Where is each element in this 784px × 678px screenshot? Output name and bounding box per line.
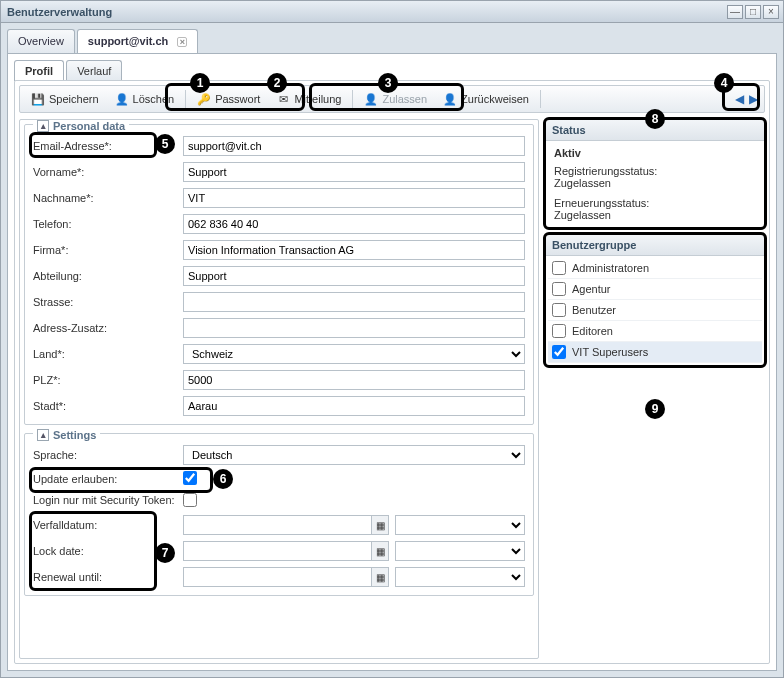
verfall-date[interactable] (183, 515, 371, 535)
abteilung-field[interactable] (183, 266, 525, 286)
minimize-button[interactable]: — (727, 5, 743, 19)
sprache-label: Sprache: (33, 449, 183, 461)
group-checkbox[interactable] (552, 282, 566, 296)
update-label: Update erlauben: (33, 473, 183, 485)
tab-verlauf-label: Verlauf (77, 65, 111, 77)
prev-arrow[interactable]: ◀ (732, 91, 746, 107)
plz-label: PLZ*: (33, 374, 183, 386)
sprache-select[interactable]: Deutsch (183, 445, 525, 465)
group-row[interactable]: Administratoren (548, 258, 762, 279)
renewal-date[interactable] (183, 567, 371, 587)
renewal-select[interactable] (395, 567, 525, 587)
token-label: Login nur mit Security Token: (33, 494, 183, 507)
verfall-select[interactable] (395, 515, 525, 535)
status-reg-label: Registrierungsstatus: (554, 165, 756, 177)
key-icon: 🔑 (197, 92, 211, 106)
mitteilung-label: Mitteilung (294, 93, 341, 105)
save-icon: 💾 (31, 92, 45, 106)
delete-button[interactable]: 👤Löschen (108, 89, 182, 109)
tab-user[interactable]: support@vit.ch × (77, 29, 198, 53)
content: Profil Verlauf 💾Speichern 👤Löschen 🔑Pass… (7, 53, 777, 671)
allow-icon: 👤 (364, 92, 378, 106)
zulassen-label: Zulassen (382, 93, 427, 105)
group-label: Administratoren (572, 262, 649, 274)
window-title: Benutzerverwaltung (5, 6, 725, 18)
group-checkbox[interactable] (552, 303, 566, 317)
zusatz-field[interactable] (183, 318, 525, 338)
collapse-icon[interactable]: ▴ (37, 120, 49, 132)
group-checkbox[interactable] (552, 345, 566, 359)
save-button[interactable]: 💾Speichern (24, 89, 106, 109)
lock-date[interactable] (183, 541, 371, 561)
update-checkbox[interactable] (183, 471, 197, 485)
delete-label: Löschen (133, 93, 175, 105)
passwort-label: Passwort (215, 93, 260, 105)
tab-overview-label: Overview (18, 35, 64, 47)
close-icon[interactable]: × (177, 37, 187, 47)
nachname-field[interactable] (183, 188, 525, 208)
form-area: ▴Personal data Email-Adresse*: 5 Vorname… (19, 119, 539, 659)
firma-label: Firma*: (33, 244, 183, 256)
tabs-level1: Overview support@vit.ch × (1, 23, 783, 53)
status-reg-value: Zugelassen (554, 177, 756, 189)
tab-verlauf[interactable]: Verlauf (66, 60, 122, 81)
save-label: Speichern (49, 93, 99, 105)
token-checkbox[interactable] (183, 493, 197, 507)
lock-label: Lock date: (33, 545, 183, 557)
delete-icon: 👤 (115, 92, 129, 106)
verfall-label: Verfalldatum: (33, 519, 183, 531)
group-label: Agentur (572, 283, 611, 295)
zusatz-label: Adress-Zusatz: (33, 322, 183, 334)
strasse-field[interactable] (183, 292, 525, 312)
vorname-field[interactable] (183, 162, 525, 182)
next-arrow[interactable]: ▶ (746, 91, 760, 107)
stadt-field[interactable] (183, 396, 525, 416)
group-row[interactable]: Editoren (548, 321, 762, 342)
land-select[interactable]: Schweiz (183, 344, 525, 364)
mitteilung-button[interactable]: ✉Mitteilung (269, 89, 348, 109)
tabs-level2: Profil Verlauf (14, 60, 770, 81)
abteilung-label: Abteilung: (33, 270, 183, 282)
telefon-field[interactable] (183, 214, 525, 234)
email-field[interactable] (183, 136, 525, 156)
land-label: Land*: (33, 348, 183, 360)
nachname-label: Nachname*: (33, 192, 183, 204)
email-label: Email-Adresse*: (33, 140, 183, 152)
group-row[interactable]: Benutzer (548, 300, 762, 321)
lock-select[interactable] (395, 541, 525, 561)
group-label: Editoren (572, 325, 613, 337)
tab-overview[interactable]: Overview (7, 29, 75, 53)
close-button[interactable]: × (763, 5, 779, 19)
tab-user-label: support@vit.ch (88, 35, 168, 47)
right-column: Status Aktiv Registrierungsstatus: Zugel… (545, 119, 765, 659)
zurueckweisen-label: Zurückweisen (461, 93, 529, 105)
calendar-icon[interactable]: ▦ (371, 567, 389, 587)
group-label: VIT Superusers (572, 346, 648, 358)
zurueckweisen-button[interactable]: 👤Zurückweisen (436, 89, 536, 109)
tab-profil-label: Profil (25, 65, 53, 77)
group-row[interactable]: VIT Superusers (548, 342, 762, 363)
firma-field[interactable] (183, 240, 525, 260)
group-row[interactable]: Agentur (548, 279, 762, 300)
reject-icon: 👤 (443, 92, 457, 106)
telefon-label: Telefon: (33, 218, 183, 230)
status-header: Status (546, 120, 764, 141)
tab-profil[interactable]: Profil (14, 60, 64, 81)
passwort-button[interactable]: 🔑Passwort (190, 89, 267, 109)
calendar-icon[interactable]: ▦ (371, 541, 389, 561)
callout-9: 9 (645, 399, 665, 419)
groups-panel: Benutzergruppe Administratoren Agentur B… (545, 234, 765, 366)
group-checkbox[interactable] (552, 324, 566, 338)
status-panel: Status Aktiv Registrierungsstatus: Zugel… (545, 119, 765, 228)
zulassen-button[interactable]: 👤Zulassen (357, 89, 434, 109)
stadt-label: Stadt*: (33, 400, 183, 412)
toolbar: 💾Speichern 👤Löschen 🔑Passwort ✉Mitteilun… (19, 85, 765, 113)
maximize-button[interactable]: □ (745, 5, 761, 19)
collapse-icon[interactable]: ▴ (37, 429, 49, 441)
fieldset-personal: ▴Personal data Email-Adresse*: 5 Vorname… (24, 124, 534, 425)
group-checkbox[interactable] (552, 261, 566, 275)
strasse-label: Strasse: (33, 296, 183, 308)
calendar-icon[interactable]: ▦ (371, 515, 389, 535)
window: Benutzerverwaltung — □ × Overview suppor… (0, 0, 784, 678)
plz-field[interactable] (183, 370, 525, 390)
